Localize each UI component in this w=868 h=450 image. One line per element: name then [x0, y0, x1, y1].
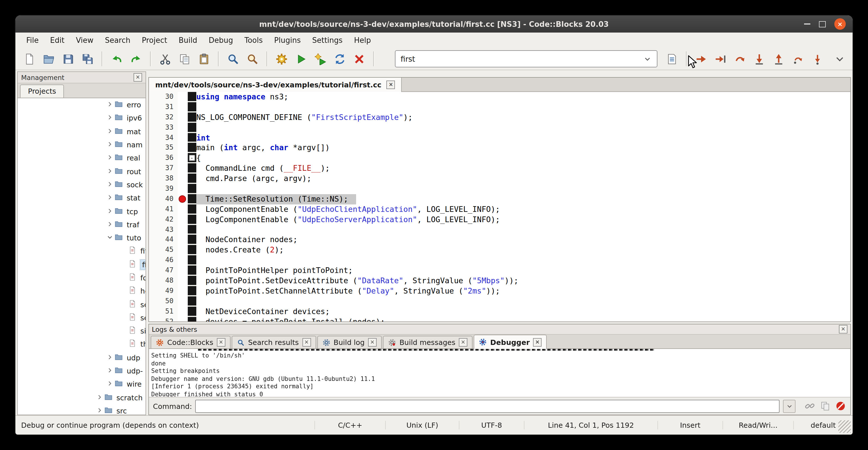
code-editor[interactable]: 30using namespace ns3;3132NS_LOG_COMPONE…: [149, 92, 850, 322]
code-text[interactable]: CommandLine cmd (__FILE__);: [196, 163, 850, 174]
save-button[interactable]: [60, 51, 76, 67]
code-text[interactable]: NodeContainer nodes;: [196, 235, 850, 245]
menu-view[interactable]: View: [71, 34, 99, 46]
logs-tab-build-log[interactable]: Build log×: [317, 336, 382, 348]
menu-debug[interactable]: Debug: [204, 34, 238, 46]
close-button[interactable]: ×: [834, 18, 846, 30]
code-text[interactable]: Time::SetResolution (Time::NS);: [196, 194, 850, 205]
tab-close-icon[interactable]: ×: [533, 338, 542, 347]
copy-log-button[interactable]: [819, 400, 831, 412]
stop-debugger-button[interactable]: [834, 400, 846, 412]
chevron-right-icon[interactable]: [107, 193, 115, 202]
tab-close-icon[interactable]: ×: [386, 81, 395, 89]
breakpoint-margin[interactable]: [178, 163, 188, 174]
breakpoint-margin[interactable]: [178, 133, 188, 143]
chevron-right-icon[interactable]: [107, 100, 115, 109]
paste-button[interactable]: [196, 51, 212, 67]
next-line-button[interactable]: [732, 51, 748, 67]
cut-button[interactable]: [157, 51, 174, 67]
code-text[interactable]: devices = pointToPoint.Install (nodes);: [196, 317, 850, 322]
chevron-right-icon[interactable]: [107, 154, 115, 162]
breakpoint-margin[interactable]: [178, 194, 188, 205]
code-text[interactable]: LogComponentEnable ("UdpEchoServerApplic…: [196, 214, 850, 225]
close-logs-icon[interactable]: ×: [839, 325, 847, 333]
chevron-right-icon[interactable]: [107, 380, 115, 389]
breakpoint-margin[interactable]: [178, 174, 188, 184]
link-button[interactable]: [804, 400, 815, 412]
tree-item-sock[interactable]: sock: [18, 178, 146, 191]
menu-project[interactable]: Project: [137, 34, 172, 46]
code-text[interactable]: {: [196, 153, 850, 163]
menu-plugins[interactable]: Plugins: [269, 34, 306, 46]
chevron-right-icon[interactable]: [107, 207, 115, 216]
menu-help[interactable]: Help: [349, 34, 376, 46]
chevron-down-icon[interactable]: [107, 234, 115, 242]
breakpoint-margin[interactable]: [178, 276, 188, 286]
build-options-button[interactable]: [664, 51, 680, 67]
code-text[interactable]: [196, 184, 850, 194]
breakpoint-margin[interactable]: [178, 153, 188, 163]
code-text[interactable]: main (int argc, char *argv[]): [196, 143, 850, 153]
tree-item-fir[interactable]: fir: [18, 258, 146, 271]
open-file-button[interactable]: [40, 51, 57, 67]
tree-item-real[interactable]: real: [18, 151, 146, 165]
breakpoint-margin[interactable]: [178, 92, 188, 102]
build-and-run-button[interactable]: [312, 51, 329, 67]
code-text[interactable]: NetDeviceContainer devices;: [196, 306, 850, 317]
chevron-right-icon[interactable]: [107, 127, 115, 136]
rebuild-button[interactable]: [332, 51, 348, 67]
menu-tools[interactable]: Tools: [239, 34, 268, 46]
undo-button[interactable]: [108, 51, 125, 67]
code-text[interactable]: [196, 225, 850, 235]
breakpoint-margin[interactable]: [178, 266, 188, 276]
tree-item-fif[interactable]: fif: [18, 245, 146, 258]
replace-button[interactable]: [244, 51, 261, 67]
code-text[interactable]: nodes.Create (2);: [196, 245, 850, 256]
tree-item-mat[interactable]: mat: [18, 125, 146, 138]
redo-button[interactable]: [128, 51, 144, 67]
tree-item-tcp[interactable]: tcp: [18, 205, 146, 218]
breakpoint-margin[interactable]: [178, 245, 188, 256]
code-text[interactable]: [196, 102, 850, 113]
breakpoint-marker[interactable]: [179, 196, 186, 203]
logs-tab-debugger[interactable]: Debugger×: [474, 335, 547, 349]
tab-close-icon[interactable]: ×: [217, 338, 225, 347]
breakpoint-margin[interactable]: [178, 214, 188, 225]
toolbar-overflow-button[interactable]: [832, 51, 848, 67]
tree-item-scratch[interactable]: scratch: [18, 391, 146, 404]
tree-item-se[interactable]: se: [18, 298, 146, 311]
code-text[interactable]: pointToPoint.SetChannelAttribute ("Delay…: [196, 286, 850, 296]
tree-item-ipv6[interactable]: ipv6: [18, 112, 146, 125]
code-text[interactable]: using namespace ns3;: [196, 92, 850, 102]
breakpoint-margin[interactable]: [178, 256, 188, 266]
title-bar[interactable]: mnt/dev/tools/source/ns-3-dev/examples/t…: [16, 16, 852, 33]
tree-item-th[interactable]: th: [18, 338, 146, 351]
breakpoint-margin[interactable]: [178, 225, 188, 235]
tree-item-udp[interactable]: udp: [18, 351, 146, 364]
new-file-button[interactable]: [21, 51, 38, 67]
command-input[interactable]: [195, 399, 779, 413]
tree-item-six[interactable]: six: [18, 324, 146, 338]
breakpoint-margin[interactable]: [178, 286, 188, 296]
tree-item-he[interactable]: he: [18, 284, 146, 298]
next-instruction-button[interactable]: [790, 51, 806, 67]
menu-build[interactable]: Build: [174, 34, 202, 46]
copy-button[interactable]: [176, 51, 193, 67]
maximize-button[interactable]: [819, 21, 826, 27]
tree-item-traf[interactable]: traf: [18, 218, 146, 231]
build-button[interactable]: [273, 51, 290, 67]
tree-item-wire[interactable]: wire: [18, 378, 146, 391]
tree-item-erro[interactable]: erro: [18, 98, 146, 112]
breakpoint-margin[interactable]: [178, 296, 188, 307]
breakpoint-margin[interactable]: [178, 184, 188, 194]
breakpoint-margin[interactable]: [178, 205, 188, 215]
chevron-right-icon[interactable]: [107, 354, 115, 362]
code-text[interactable]: [196, 122, 850, 133]
breakpoint-margin[interactable]: [178, 306, 188, 317]
chevron-right-icon[interactable]: [107, 220, 115, 229]
abort-button[interactable]: [351, 51, 368, 67]
tree-item-nam[interactable]: nam: [18, 138, 146, 152]
code-text[interactable]: [196, 256, 850, 266]
find-button[interactable]: [225, 51, 241, 67]
code-text[interactable]: LogComponentEnable ("UdpEchoClientApplic…: [196, 205, 850, 215]
